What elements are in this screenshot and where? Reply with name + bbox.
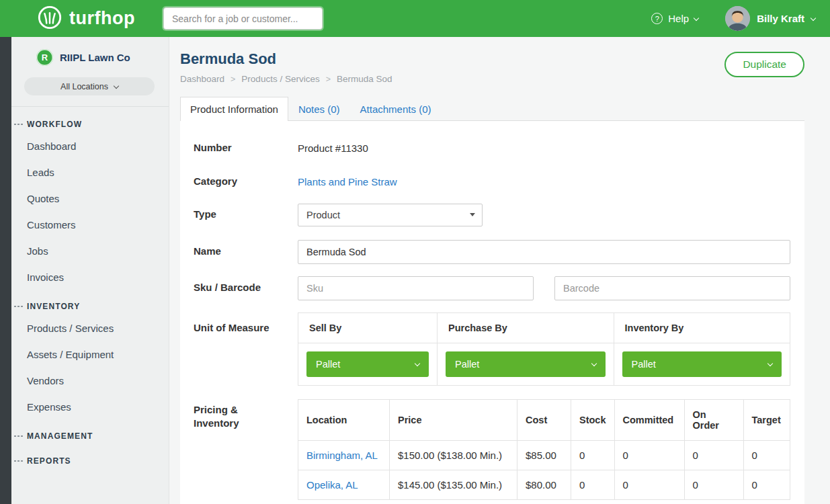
tab-product-information[interactable]: Product Information <box>180 97 288 121</box>
pricing-column-committed: Committed <box>614 399 684 440</box>
chevron-down-icon <box>811 15 816 20</box>
pricing-column-target: Target <box>743 399 790 440</box>
chevron-down-icon <box>114 83 119 88</box>
sell-by-select[interactable]: Pallet <box>306 351 429 377</box>
locations-label: All Locations <box>60 82 108 91</box>
cost-cell: $85.00 <box>517 440 571 470</box>
breadcrumb-products-services[interactable]: Products / Services <box>224 74 320 84</box>
sidebar-item-customers[interactable]: Customers <box>11 212 169 238</box>
brand-logo[interactable]: turfhop <box>37 5 135 33</box>
pricing-inventory-label: Pricing & Inventory <box>194 399 281 500</box>
user-menu[interactable]: Billy Kraft <box>725 6 815 31</box>
cost-cell: $80.00 <box>517 470 571 499</box>
breadcrumb-current: Bermuda Sod <box>320 74 392 84</box>
inventory-by-select[interactable]: Pallet <box>622 351 782 377</box>
pricing-column-stock: Stock <box>571 399 615 440</box>
uom-column-purchase-by: Purchase By <box>437 312 614 343</box>
nav-section-inventory: INVENTORY <box>11 290 169 315</box>
sidebar-item-expenses[interactable]: Expenses <box>11 394 169 420</box>
locations-dropdown[interactable]: All Locations <box>24 77 155 95</box>
sidebar-item-products-services[interactable]: Products / Services <box>11 315 169 341</box>
chevron-down-icon <box>767 360 773 366</box>
product-information-panel: Number Product #11330 Category Plants an… <box>180 120 804 504</box>
chevron-down-icon <box>694 15 699 20</box>
sidebar-nav: WORKFLOW Dashboard Leads Quotes Customer… <box>11 107 169 470</box>
location-link-opelika[interactable]: Opelika, AL <box>306 479 358 491</box>
pricing-column-price: Price <box>390 399 517 440</box>
nav-section-management[interactable]: MANAGEMENT <box>11 420 169 445</box>
pricing-column-on-order: On Order <box>684 399 743 440</box>
company-badge: R <box>36 49 53 66</box>
name-label: Name <box>194 245 281 258</box>
help-icon <box>651 13 663 24</box>
chevron-down-icon <box>591 360 596 366</box>
page-header: Bermuda Sod Dashboard Products / Service… <box>180 50 804 84</box>
committed-cell: 0 <box>614 440 684 470</box>
nav-section-label: WORKFLOW <box>27 120 82 129</box>
sidebar-item-invoices[interactable]: Invoices <box>11 264 169 290</box>
header-actions: Help Billy Kraft <box>651 6 815 31</box>
sidebar-item-quotes[interactable]: Quotes <box>11 185 169 212</box>
sidebar-item-assets-equipment[interactable]: Assets / Equipment <box>11 341 169 368</box>
inventory-by-value: Pallet <box>632 359 656 370</box>
sku-input[interactable] <box>298 276 534 300</box>
breadcrumb-dashboard[interactable]: Dashboard <box>180 74 224 84</box>
collapsed-nav-rail <box>0 37 11 504</box>
sidebar-item-vendors[interactable]: Vendors <box>11 368 169 394</box>
number-label: Number <box>194 141 281 155</box>
section-dash-icon <box>14 435 23 437</box>
number-value: Product #11330 <box>298 142 368 154</box>
barcode-input[interactable] <box>554 276 790 300</box>
sidebar-item-leads[interactable]: Leads <box>11 159 169 185</box>
nav-section-label: REPORTS <box>27 456 71 466</box>
turfhop-logo-icon <box>37 5 63 33</box>
section-dash-icon <box>14 306 23 307</box>
section-dash-icon <box>14 460 23 462</box>
uom-column-inventory-by: Inventory By <box>614 312 790 343</box>
on-order-cell: 0 <box>684 440 743 470</box>
tab-bar: Product Information Notes (0) Attachment… <box>180 96 804 120</box>
type-select[interactable]: Product <box>298 204 483 226</box>
chevron-down-icon <box>415 360 420 366</box>
sidebar: R RIIPL Lawn Co All Locations WORKFLOW D… <box>11 37 169 504</box>
help-label: Help <box>668 13 689 24</box>
nav-section-reports[interactable]: REPORTS <box>11 445 169 470</box>
committed-cell: 0 <box>614 470 684 499</box>
main-content: Bermuda Sod Dashboard Products / Service… <box>169 37 830 504</box>
price-cell: $145.00 ($135.00 Min.) <box>390 470 517 499</box>
help-menu[interactable]: Help <box>651 13 698 24</box>
section-dash-icon <box>14 124 23 125</box>
tab-notes[interactable]: Notes (0) <box>288 98 350 120</box>
stock-cell: 0 <box>571 470 615 499</box>
uom-column-sell-by: Sell By <box>298 312 438 343</box>
tab-attachments[interactable]: Attachments (0) <box>350 98 442 120</box>
table-row: Opelika, AL $145.00 ($135.00 Min.) $80.0… <box>298 470 790 499</box>
unit-of-measure-label: Unit of Measure <box>194 312 281 386</box>
location-link-birmingham[interactable]: Birmingham, AL <box>306 450 378 461</box>
company-header: R RIIPL Lawn Co <box>11 49 169 66</box>
pricing-column-location: Location <box>298 399 390 440</box>
pricing-header-row: Location Price Cost Stock Committed On O… <box>298 399 790 440</box>
table-row: Birmingham, AL $150.00 ($138.00 Min.) $8… <box>298 440 790 470</box>
user-name: Billy Kraft <box>757 13 804 24</box>
avatar <box>725 6 750 31</box>
sidebar-item-dashboard[interactable]: Dashboard <box>11 133 169 159</box>
page-title: Bermuda Sod <box>180 50 392 68</box>
nav-section-label: MANAGEMENT <box>27 431 93 441</box>
name-input[interactable] <box>298 240 790 264</box>
purchase-by-select[interactable]: Pallet <box>446 351 606 377</box>
target-cell: 0 <box>743 440 790 470</box>
duplicate-button[interactable]: Duplicate <box>724 52 804 77</box>
target-cell: 0 <box>743 470 790 499</box>
stock-cell: 0 <box>571 440 615 470</box>
purchase-by-value: Pallet <box>455 359 479 370</box>
category-label: Category <box>194 175 281 188</box>
type-label: Type <box>194 208 281 221</box>
top-header: turfhop Help Billy Kraft <box>0 0 830 37</box>
on-order-cell: 0 <box>684 470 743 499</box>
sku-barcode-label: Sku / Barcode <box>194 281 281 294</box>
sidebar-item-jobs[interactable]: Jobs <box>11 238 169 264</box>
category-link[interactable]: Plants and Pine Straw <box>298 176 397 187</box>
pricing-column-cost: Cost <box>517 399 571 440</box>
search-input[interactable] <box>163 7 323 30</box>
